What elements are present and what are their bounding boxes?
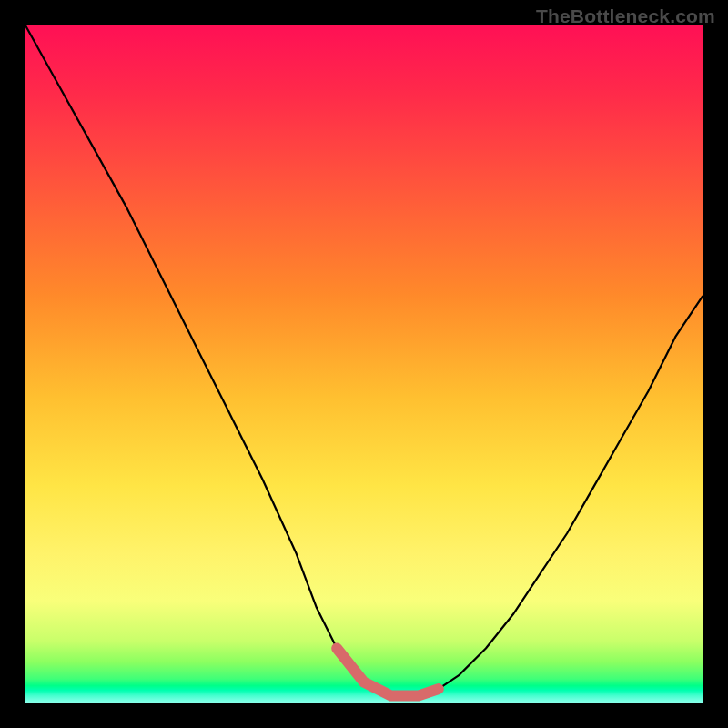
bottleneck-curve: [25, 25, 703, 696]
trough-highlight: [337, 649, 439, 696]
page-frame: TheBottleneck.com: [0, 0, 728, 728]
watermark-text: TheBottleneck.com: [536, 5, 715, 27]
curve-svg: [25, 25, 703, 703]
